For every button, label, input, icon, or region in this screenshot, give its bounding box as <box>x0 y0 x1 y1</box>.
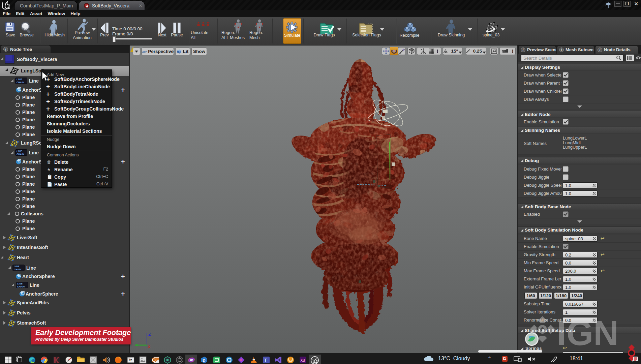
svg-text:Z: Z <box>148 332 151 337</box>
svg-text:D: D <box>203 358 206 362</box>
svg-text:7z: 7z <box>128 358 132 362</box>
svg-text:Xd: Xd <box>301 359 305 362</box>
svg-text:x: x <box>148 344 151 348</box>
svg-text:T: T <box>265 358 267 363</box>
